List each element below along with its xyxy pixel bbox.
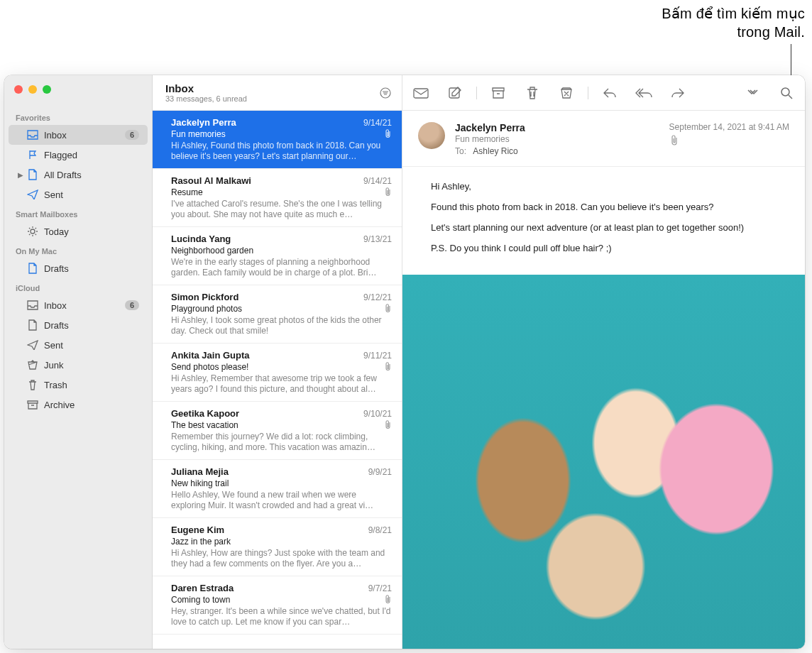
message-header: Jackelyn Perra Fun memories To: Ashley R… xyxy=(402,111,805,167)
chevron-right-icon[interactable]: ▶ xyxy=(16,171,26,179)
get-mail-button[interactable] xyxy=(412,84,429,101)
body-paragraph: Found this photo from back in 2018. Can … xyxy=(431,202,785,212)
delete-button[interactable] xyxy=(524,84,541,101)
body-paragraph: Let's start planning our next adventure … xyxy=(431,222,785,233)
message-preview: Hey, stranger. It's been a while since w… xyxy=(171,606,392,627)
sidebar-item-icloud-archive[interactable]: Archive xyxy=(9,395,148,415)
attachment-icon xyxy=(383,304,392,314)
sender-name: Jackelyn Perra xyxy=(171,117,363,128)
toolbar xyxy=(402,75,805,111)
avatar[interactable] xyxy=(418,122,445,149)
help-callout: Bấm để tìm kiếm mục trong Mail. xyxy=(662,4,805,41)
message-list-item[interactable]: Daren Estrada9/7/21Coming to townHey, st… xyxy=(153,576,402,635)
toolbar-separator xyxy=(588,87,588,99)
message-list-header: Inbox 33 messages, 6 unread xyxy=(153,75,402,111)
sidebar-label: Trash xyxy=(40,380,139,390)
message-list-item[interactable]: Rasoul Al Malkawi9/14/21ResumeI've attac… xyxy=(153,169,402,227)
message-to[interactable]: Ashley Rico xyxy=(473,146,517,156)
message-subject: Playground photos xyxy=(171,304,383,314)
attachment-icon xyxy=(383,362,392,372)
mail-window: Favorites Inbox 6 Flagged ▶ All Drafts xyxy=(4,75,805,649)
sender-name: Simon Pickford xyxy=(171,292,363,302)
message-preview: Hi Ashley, Found this photo from back in… xyxy=(171,141,392,162)
callout-line1: Bấm để tìm kiếm mục xyxy=(662,4,805,23)
forward-button[interactable] xyxy=(669,84,686,101)
message-list-item[interactable]: Lucinda Yang9/13/21Neighborhood gardenWe… xyxy=(153,227,402,285)
svg-point-4 xyxy=(781,88,789,96)
filter-button[interactable] xyxy=(378,85,393,101)
message-subject: Fun memories xyxy=(171,129,383,139)
sidebar-label: Today xyxy=(40,226,139,237)
sidebar-item-localdrafts[interactable]: Drafts xyxy=(9,258,148,278)
inbox-icon xyxy=(26,130,40,140)
attachment-icon xyxy=(383,420,392,430)
message-list-item[interactable]: Jackelyn Perra9/14/21Fun memoriesHi Ashl… xyxy=(153,111,402,169)
message-list: Inbox 33 messages, 6 unread Jackelyn Per… xyxy=(153,75,402,649)
sender-name: Daren Estrada xyxy=(171,583,368,593)
body-paragraph: Hi Ashley, xyxy=(431,181,785,192)
message-date: 9/7/21 xyxy=(368,583,392,593)
section-smart: Smart Mailboxes xyxy=(4,204,152,221)
message-list-item[interactable]: Eugene Kim9/8/21Jazz in the parkHi Ashle… xyxy=(153,518,402,576)
message-from[interactable]: Jackelyn Perra xyxy=(455,122,659,133)
archive-icon xyxy=(26,400,40,410)
sidebar-label: Flagged xyxy=(40,150,139,160)
search-button[interactable] xyxy=(778,84,795,101)
sidebar-item-today[interactable]: Today xyxy=(9,221,148,241)
attachment-icon xyxy=(383,595,392,605)
sidebar: Favorites Inbox 6 Flagged ▶ All Drafts xyxy=(4,75,153,649)
sidebar-item-icloud-trash[interactable]: Trash xyxy=(9,375,148,395)
sidebar-item-flagged[interactable]: Flagged xyxy=(9,145,148,165)
gear-icon xyxy=(26,226,40,237)
message-date: 9/9/21 xyxy=(368,467,392,477)
svg-point-0 xyxy=(31,229,35,234)
message-list-item[interactable]: Simon Pickford9/12/21Playground photosHi… xyxy=(153,285,402,344)
sidebar-item-icloud-sent[interactable]: Sent xyxy=(9,335,148,355)
junk-button[interactable] xyxy=(558,84,575,101)
sidebar-item-alldrafts[interactable]: ▶ All Drafts xyxy=(9,165,148,185)
sidebar-item-icloud-inbox[interactable]: Inbox 6 xyxy=(9,295,148,315)
mailbox-title: Inbox xyxy=(165,82,378,94)
minimize-window[interactable] xyxy=(28,85,37,94)
message-subject: New hiking trail xyxy=(171,478,392,488)
compose-button[interactable] xyxy=(446,84,463,101)
sidebar-label: Inbox xyxy=(40,130,125,141)
sidebar-item-sent[interactable]: Sent xyxy=(9,185,148,204)
message-preview: Hi Ashley, I took some great photos of t… xyxy=(171,315,392,336)
close-window[interactable] xyxy=(14,85,23,94)
message-preview: We're in the early stages of planning a … xyxy=(171,257,392,278)
message-date: 9/10/21 xyxy=(363,409,392,419)
message-date: 9/14/21 xyxy=(363,176,392,186)
sidebar-item-icloud-junk[interactable]: Junk xyxy=(9,355,148,375)
sender-name: Eugene Kim xyxy=(171,525,368,535)
sidebar-item-inbox[interactable]: Inbox 6 xyxy=(9,125,148,145)
sent-icon xyxy=(26,190,40,199)
message-subject: Coming to town xyxy=(171,595,383,605)
message-preview: Hi Ashley, Remember that awesome trip we… xyxy=(171,373,392,395)
sent-icon xyxy=(26,340,40,350)
attachment-icon xyxy=(383,129,392,139)
sender-name: Rasoul Al Malkawi xyxy=(171,175,363,186)
callout-line2: trong Mail. xyxy=(662,23,805,41)
flag-icon xyxy=(26,150,40,160)
archive-button[interactable] xyxy=(490,84,507,101)
attachment-icon[interactable] xyxy=(669,135,789,146)
message-preview: Remember this journey? We did a lot: roc… xyxy=(171,432,392,453)
more-button[interactable] xyxy=(744,84,761,101)
to-label: To: xyxy=(455,146,466,156)
junk-icon xyxy=(26,360,40,370)
sidebar-item-icloud-drafts[interactable]: Drafts xyxy=(9,315,148,335)
svg-rect-2 xyxy=(414,89,428,98)
message-list-item[interactable]: Juliana Mejia9/9/21New hiking trailHello… xyxy=(153,460,402,518)
reply-all-button[interactable] xyxy=(635,84,652,101)
reading-pane: Jackelyn Perra Fun memories To: Ashley R… xyxy=(402,75,805,649)
drafts-icon xyxy=(26,263,40,274)
message-list-item[interactable]: Geetika Kapoor9/10/21The best vacationRe… xyxy=(153,402,402,460)
attached-photo[interactable] xyxy=(402,275,805,649)
section-icloud: iCloud xyxy=(4,278,152,295)
zoom-window[interactable] xyxy=(43,85,51,94)
message-list-item[interactable]: Ankita Jain Gupta9/11/21Send photos plea… xyxy=(153,344,402,402)
message-subject: Neighborhood garden xyxy=(171,246,392,256)
inbox-icon xyxy=(26,300,40,310)
reply-button[interactable] xyxy=(601,84,618,101)
